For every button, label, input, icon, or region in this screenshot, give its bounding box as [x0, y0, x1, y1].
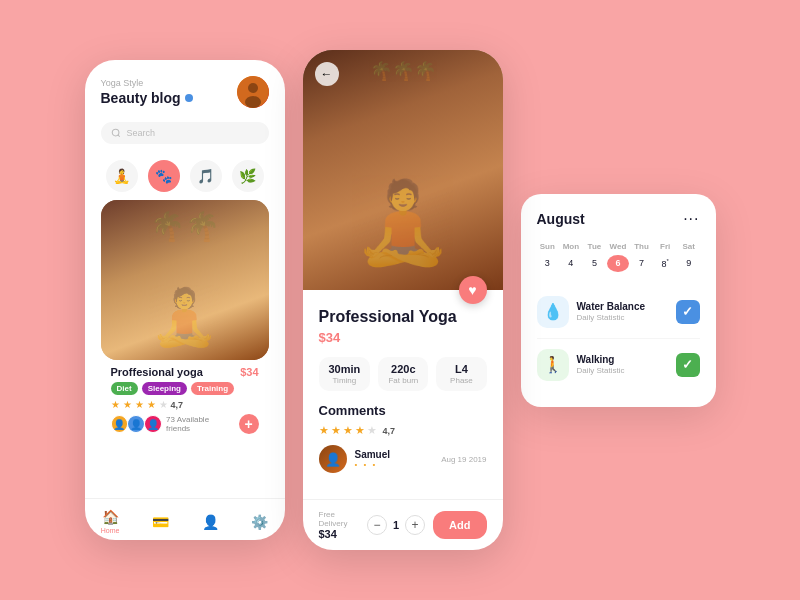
- comment-info: Samuel • • •: [355, 449, 434, 469]
- mid-phone: 🌴🌴🌴 🧘 ← ♥ Professional Yoga $34 30min Ti…: [303, 50, 503, 550]
- walking-check[interactable]: ✓: [676, 353, 700, 377]
- home-icon: 🏠: [102, 509, 119, 525]
- cat-music[interactable]: 🎵: [190, 160, 222, 192]
- hero-title-row: Proffesional yoga $34: [111, 366, 259, 378]
- bottom-nav: 🏠 Home 💳 👤 ⚙️: [85, 498, 285, 540]
- mid-hero-image: 🌴🌴🌴 🧘 ← ♥: [303, 50, 503, 290]
- stat-fatburn: 220c Fat burn: [378, 357, 428, 391]
- svg-point-1: [248, 83, 258, 93]
- star-5: ★: [159, 399, 168, 410]
- day-sun: Sun: [537, 240, 559, 253]
- walking-icon: 🚶: [537, 349, 569, 381]
- qty-minus-button[interactable]: −: [367, 515, 387, 535]
- comments-stars: ★ ★ ★ ★ ★ 4,7: [319, 424, 487, 437]
- water-check[interactable]: ✓: [676, 300, 700, 324]
- cal-day-7[interactable]: 7: [631, 255, 653, 272]
- water-sub: Daily Statistic: [577, 313, 668, 322]
- stat-phase: L4 Phase: [436, 357, 486, 391]
- water-balance-item: 💧 Water Balance Daily Statistic ✓: [537, 286, 700, 339]
- comment-dots: • • •: [355, 460, 434, 469]
- water-text: Water Balance Daily Statistic: [577, 301, 668, 322]
- friend-1: 👤: [111, 415, 129, 433]
- hero-price: $34: [240, 366, 258, 378]
- delivery-info: Free Delivery $34: [319, 510, 359, 540]
- heart-button[interactable]: ♥: [459, 276, 487, 304]
- star-4: ★: [147, 399, 156, 410]
- nav-profile[interactable]: 👤: [202, 514, 219, 530]
- day-wed: Wed: [607, 240, 629, 253]
- cal-day-4[interactable]: 4: [560, 255, 582, 272]
- right-card: August ··· Sun Mon Tue Wed Thu Fri Sat 3…: [521, 194, 716, 407]
- comment-name: Samuel: [355, 449, 434, 460]
- comment-user: 👤 Samuel • • • Aug 19 2019: [319, 445, 487, 473]
- category-row: 🧘 🐾 🎵 🌿: [85, 152, 285, 200]
- hero-image: 🌴🌴 🧘: [101, 200, 269, 360]
- cal-day-3[interactable]: 3: [537, 255, 559, 272]
- comments-section: Comments ★ ★ ★ ★ ★ 4,7 👤 Samuel • • • Au…: [319, 403, 487, 473]
- day-tue: Tue: [584, 240, 606, 253]
- search-placeholder: Search: [127, 128, 156, 138]
- cstar-3: ★: [343, 424, 353, 437]
- star-1: ★: [111, 399, 120, 410]
- hero-title: Proffesional yoga: [111, 366, 203, 378]
- cal-day-5[interactable]: 5: [584, 255, 606, 272]
- water-name: Water Balance: [577, 301, 668, 312]
- cal-day-6[interactable]: 6: [607, 255, 629, 272]
- friends-row: 👤 👤 👤 73 Available friends +: [111, 414, 259, 434]
- day-fri: Fri: [654, 240, 676, 253]
- calendar-header: August ···: [537, 210, 700, 228]
- svg-point-2: [245, 96, 261, 108]
- nav-settings[interactable]: ⚙️: [251, 514, 268, 530]
- tag-diet: Diet: [111, 382, 138, 395]
- cat-nature[interactable]: 🌿: [232, 160, 264, 192]
- calendar-menu-button[interactable]: ···: [683, 210, 699, 228]
- comment-date: Aug 19 2019: [441, 455, 486, 464]
- day-mon: Mon: [560, 240, 582, 253]
- friend-3: 👤: [144, 415, 162, 433]
- stars-row: ★ ★ ★ ★ ★ 4,7: [111, 399, 259, 410]
- left-header: Yoga Style Beauty blog: [85, 60, 285, 114]
- friend-2: 👤: [127, 415, 145, 433]
- cstar-2: ★: [331, 424, 341, 437]
- add-friend-button[interactable]: +: [239, 414, 259, 434]
- add-button[interactable]: Add: [433, 511, 486, 539]
- friends-text: 73 Available friends: [166, 415, 235, 433]
- walking-item: 🚶 Walking Daily Statistic ✓: [537, 339, 700, 391]
- card-icon: 💳: [152, 514, 169, 530]
- delivery-price: $34: [319, 528, 359, 540]
- blog-dot: [185, 94, 193, 102]
- quantity-control: − 1 +: [367, 515, 425, 535]
- cstar-5: ★: [367, 424, 377, 437]
- rating: 4,7: [171, 400, 184, 410]
- svg-point-3: [112, 129, 119, 136]
- qty-plus-button[interactable]: +: [405, 515, 425, 535]
- cat-yoga[interactable]: 🧘: [106, 160, 138, 192]
- comment-rating: 4,7: [383, 426, 396, 436]
- tag-sleeping: Sleeping: [142, 382, 187, 395]
- qty-value: 1: [393, 519, 399, 531]
- cstar-4: ★: [355, 424, 365, 437]
- walking-text: Walking Daily Statistic: [577, 354, 668, 375]
- day-sat: Sat: [678, 240, 700, 253]
- cal-day-8[interactable]: 8*: [654, 255, 676, 272]
- left-phone: Yoga Style Beauty blog Search 🧘 🐾 🎵 🌿 🌴🌴…: [85, 60, 285, 540]
- mid-title: Professional Yoga: [319, 308, 487, 326]
- cat-pets[interactable]: 🐾: [148, 160, 180, 192]
- tag-training: Training: [191, 382, 234, 395]
- stat-timing: 30min Timing: [319, 357, 371, 391]
- bottom-bar: Free Delivery $34 − 1 + Add: [303, 499, 503, 550]
- back-button[interactable]: ←: [315, 62, 339, 86]
- water-icon: 💧: [537, 296, 569, 328]
- search-bar[interactable]: Search: [101, 122, 269, 144]
- comments-title: Comments: [319, 403, 487, 418]
- delivery-label: Free Delivery: [319, 510, 359, 528]
- search-icon: [111, 128, 121, 138]
- nav-card[interactable]: 💳: [152, 514, 169, 530]
- star-3: ★: [135, 399, 144, 410]
- mid-price: $34: [319, 330, 487, 345]
- nav-home[interactable]: 🏠 Home: [101, 509, 120, 534]
- cal-day-9[interactable]: 9: [678, 255, 700, 272]
- calendar-grid: Sun Mon Tue Wed Thu Fri Sat 3 4 5 6 7 8*…: [537, 240, 700, 272]
- profile-icon: 👤: [202, 514, 219, 530]
- walking-sub: Daily Statistic: [577, 366, 668, 375]
